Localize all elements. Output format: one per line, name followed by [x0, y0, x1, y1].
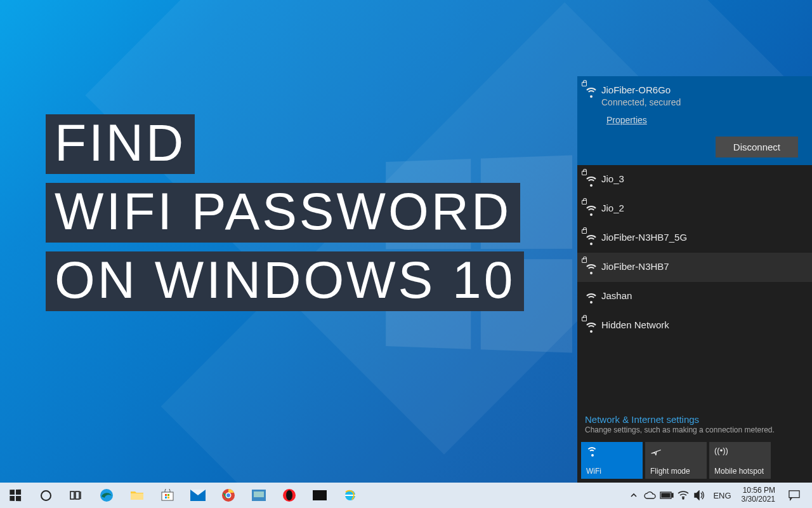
network-ssid: Jio_3: [601, 171, 804, 185]
headline-line-3: ON WINDOWS 10: [46, 251, 524, 311]
app-icon: [252, 490, 266, 501]
network-ssid: JioFiber-N3HB7_5G: [601, 230, 804, 244]
network-item[interactable]: Jio_2: [577, 194, 812, 224]
ie-icon: [343, 488, 357, 502]
svg-point-13: [226, 493, 230, 497]
battery-icon: [660, 491, 674, 499]
start-button[interactable]: [0, 483, 30, 508]
cortana-icon: [41, 490, 51, 501]
mail-icon: [190, 490, 206, 501]
taskbar-app-internet-explorer[interactable]: [335, 483, 365, 508]
notification-icon: [789, 490, 800, 501]
svg-rect-5: [162, 492, 173, 500]
tile-mobile-hotspot[interactable]: ((•)) Mobile hotspot: [709, 442, 771, 479]
clock-date: 3/30/2021: [742, 495, 775, 504]
properties-link[interactable]: Properties: [606, 115, 647, 125]
svg-rect-23: [789, 491, 799, 498]
tray-onedrive-icon[interactable]: [642, 483, 658, 508]
wifi-secured-icon: [582, 260, 601, 276]
network-flyout: JioFiber-OR6Go Connected, secured Proper…: [577, 76, 812, 483]
tray-battery-icon[interactable]: [658, 483, 675, 508]
edge-icon: [99, 488, 114, 503]
wifi-icon: [582, 290, 601, 305]
wifi-secured-icon: [582, 202, 601, 217]
speaker-icon: [694, 490, 705, 500]
svg-rect-0: [70, 491, 74, 499]
task-view-button[interactable]: [61, 483, 91, 508]
svg-point-17: [286, 490, 292, 500]
taskbar-app-terminal[interactable]: [304, 483, 335, 508]
chevron-up-icon: [630, 491, 638, 499]
windows-start-icon: [10, 490, 21, 501]
svg-rect-9: [167, 497, 169, 498]
wifi-icon: [586, 446, 638, 457]
taskbar-app-chrome[interactable]: [213, 483, 244, 508]
taskbar-app-file-explorer[interactable]: [122, 483, 152, 508]
headline-line-1: FIND: [46, 114, 195, 174]
store-icon: [160, 489, 174, 502]
disconnect-button[interactable]: Disconnect: [716, 137, 798, 157]
wifi-secured-icon: [582, 231, 601, 246]
wifi-secured-icon: [582, 84, 601, 99]
tile-hotspot-label: Mobile hotspot: [714, 467, 766, 476]
available-networks-list: Jio_3Jio_2JioFiber-N3HB7_5GJioFiber-N3HB…: [577, 165, 812, 340]
tray-language[interactable]: ENG: [708, 491, 736, 500]
wifi-secured-icon: [582, 319, 601, 334]
svg-rect-15: [254, 491, 264, 497]
taskbar-app-microsoft-store[interactable]: [152, 483, 183, 508]
tile-flight-label: Flight mode: [650, 467, 702, 476]
headline-line-2: WIFI PASSWORD: [46, 183, 520, 243]
taskbar-app-mail[interactable]: [183, 483, 213, 508]
taskbar: ENG 10:56 PM 3/30/2021: [0, 483, 812, 508]
tray-wifi-icon[interactable]: [675, 483, 691, 508]
chrome-icon: [221, 488, 235, 502]
network-item[interactable]: JioFiber-N3HB7_5G: [577, 224, 812, 253]
cortana-button[interactable]: [30, 483, 61, 508]
svg-rect-7: [167, 494, 169, 496]
lang-label: ENG: [713, 491, 731, 500]
taskbar-app-opera[interactable]: [274, 483, 304, 508]
tray-clock[interactable]: 10:56 PM 3/30/2021: [737, 486, 780, 504]
tile-flight-mode[interactable]: Flight mode: [645, 442, 707, 479]
tray-overflow-button[interactable]: [625, 483, 642, 508]
svg-rect-4: [131, 493, 143, 500]
network-item[interactable]: Hidden Network: [577, 311, 812, 340]
svg-rect-21: [662, 493, 670, 497]
network-item[interactable]: JioFiber-N3HB7: [577, 253, 812, 282]
headline-overlay: FIND WIFI PASSWORD ON WINDOWS 10: [46, 114, 524, 320]
network-item-connected[interactable]: JioFiber-OR6Go Connected, secured Proper…: [577, 76, 812, 165]
onedrive-icon: [644, 491, 657, 500]
footer-title: Network & Internet settings: [585, 414, 804, 425]
airplane-icon: [650, 446, 702, 457]
network-settings-link[interactable]: Network & Internet settings Change setti…: [577, 409, 812, 438]
network-ssid: Hidden Network: [601, 318, 804, 331]
clock-time: 10:56 PM: [742, 486, 775, 495]
network-ssid: Jashan: [601, 288, 804, 302]
connected-status: Connected, secured: [601, 97, 804, 108]
task-view-icon: [70, 490, 82, 500]
taskbar-app-edge[interactable]: [91, 483, 122, 508]
tile-wifi-label: WiFi: [586, 467, 638, 476]
svg-rect-6: [165, 494, 167, 496]
opera-icon: [282, 488, 296, 502]
wifi-secured-icon: [582, 173, 601, 188]
network-ssid: Jio_2: [601, 201, 804, 215]
quick-action-tiles: WiFi Flight mode ((•)) Mobile hotspot: [577, 438, 812, 483]
tile-wifi[interactable]: WiFi: [581, 442, 643, 479]
svg-point-22: [683, 498, 684, 499]
hotspot-icon: ((•)): [714, 446, 766, 457]
svg-rect-1: [75, 491, 79, 499]
network-item[interactable]: Jashan: [577, 282, 812, 311]
footer-subtitle: Change settings, such as making a connec…: [585, 425, 804, 434]
svg-rect-20: [672, 493, 673, 497]
terminal-icon: [313, 490, 327, 500]
network-ssid: JioFiber-N3HB7: [601, 259, 804, 273]
taskbar-app-generic-1[interactable]: [244, 483, 274, 508]
wifi-icon: [678, 491, 689, 500]
tray-volume-icon[interactable]: [691, 483, 708, 508]
connected-ssid: JioFiber-OR6Go: [601, 84, 804, 97]
folder-icon: [130, 490, 144, 501]
action-center-button[interactable]: [780, 490, 808, 501]
network-item[interactable]: Jio_3: [577, 165, 812, 194]
svg-rect-8: [165, 497, 167, 498]
